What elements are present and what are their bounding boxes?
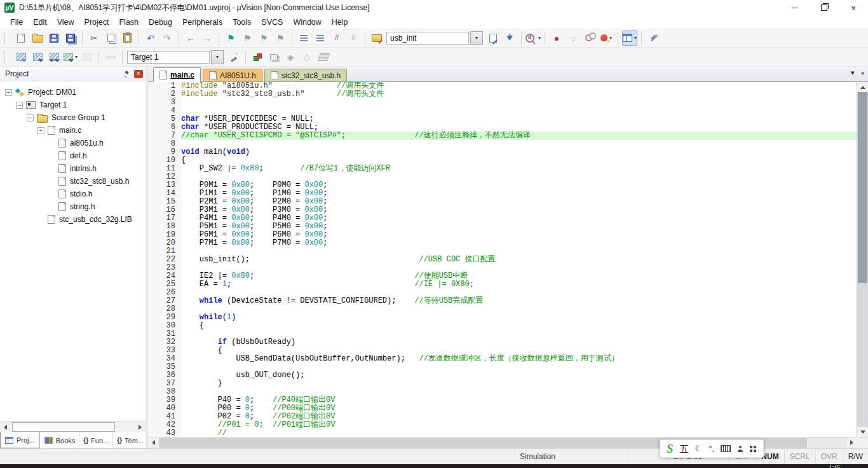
indent-icon[interactable] — [313, 31, 328, 46]
stop-build-icon[interactable] — [79, 50, 95, 65]
tab-list-dropdown-icon[interactable]: ▾ — [851, 69, 855, 77]
menu-window[interactable]: Window — [288, 17, 326, 28]
unindent-icon[interactable] — [296, 31, 311, 46]
find-combo[interactable]: usb_init — [386, 32, 469, 45]
pack-installer-icon[interactable]: ◈ — [283, 50, 298, 65]
tree-item-source-group-1[interactable]: −Source Group 1 — [0, 111, 146, 124]
scroll-left-button[interactable] — [0, 422, 11, 432]
options-for-target-icon[interactable] — [226, 50, 241, 65]
menu-file[interactable]: File — [5, 17, 28, 28]
code-editor[interactable]: 1#include "ai8051u.h" //调用头文件2#include "… — [148, 82, 857, 437]
find-in-files-icon[interactable] — [369, 31, 384, 46]
ime-punctuation-icon[interactable]: °, — [709, 444, 714, 453]
menu-svcs[interactable]: SVCS — [256, 17, 288, 28]
manage-rte-icon[interactable] — [250, 50, 265, 65]
search-icon[interactable]: ▾ — [526, 31, 541, 46]
redo-icon[interactable]: ↷ — [159, 31, 175, 46]
menu-project[interactable]: Project — [79, 17, 114, 28]
ime-keyboard-icon[interactable] — [721, 445, 731, 452]
tree-expander-icon[interactable]: − — [16, 102, 23, 109]
incremental-find-icon[interactable] — [502, 31, 517, 46]
tree-item-project-dm01[interactable]: −Project: DM01 — [0, 86, 146, 99]
comment-icon[interactable]: // — [329, 31, 344, 46]
tree-item-stdio-h[interactable]: stdio.h — [0, 188, 146, 200]
bookmark-next-icon[interactable]: ⚑ — [256, 31, 271, 46]
scroll-right-button[interactable] — [135, 422, 146, 432]
nav-forward-icon[interactable]: → — [200, 31, 215, 46]
window-layout-icon[interactable]: ▾ — [622, 31, 637, 46]
manage-books-icon[interactable] — [316, 50, 331, 65]
panel-tab-proj[interactable]: Proj... — [0, 432, 39, 448]
tree-item-string-h[interactable]: string.h — [0, 200, 146, 213]
tree-item-intrins-h[interactable]: intrins.h — [0, 162, 146, 175]
ime-grid-icon[interactable] — [750, 446, 752, 448]
restore-button[interactable] — [810, 0, 839, 15]
ime-mode-wubi[interactable]: 五 — [680, 444, 689, 453]
editor-tab-main-c[interactable]: main.c — [153, 67, 201, 82]
bookmark-prev-icon[interactable]: ⚑ — [240, 31, 255, 46]
toolbar-drag-handle[interactable] — [4, 52, 9, 63]
tree-item-target-1[interactable]: −Target 1 — [0, 99, 146, 111]
tree-item-main-c[interactable]: −main.c — [0, 124, 146, 137]
menu-peripherals[interactable]: Peripherals — [177, 17, 227, 28]
download-icon[interactable]: LOAD — [103, 50, 118, 65]
menu-help[interactable]: Help — [327, 17, 353, 28]
editor-vscrollbar[interactable] — [857, 82, 868, 437]
ime-user-icon[interactable] — [737, 446, 743, 452]
tree-item-ai8051u-h[interactable]: ai8051u.h — [0, 137, 146, 149]
nav-back-icon[interactable]: ← — [183, 31, 198, 46]
sogou-logo-icon[interactable]: S — [667, 442, 674, 456]
toolbar-drag-handle[interactable] — [4, 32, 9, 44]
find-combo-drop-button[interactable]: ▾ — [470, 31, 483, 45]
undo-icon[interactable]: ↶ — [143, 31, 158, 46]
tree-expander-icon[interactable]: − — [37, 127, 44, 134]
configure-wrench-icon[interactable] — [646, 31, 661, 46]
tree-item-stc-usb-cdc-32g-lib[interactable]: stc_usb_cdc_32g.LIB — [0, 213, 146, 226]
target-combo[interactable]: Target 1 — [127, 51, 210, 64]
select-software-packs-icon[interactable]: ◇ — [299, 50, 315, 65]
manage-project-items-icon[interactable] — [266, 50, 281, 65]
tree-item-def-h[interactable]: def.h — [0, 149, 146, 162]
tree-expander-icon[interactable]: − — [5, 89, 12, 96]
open-file-icon[interactable] — [30, 31, 45, 46]
rebuild-icon[interactable] — [46, 50, 62, 65]
scroll-up-button[interactable] — [857, 82, 868, 92]
scroll-down-button[interactable] — [857, 427, 868, 437]
scroll-left-button[interactable] — [148, 437, 159, 447]
tab-close-icon[interactable]: × — [861, 69, 865, 77]
copy-icon[interactable] — [103, 31, 118, 46]
tree-expander-icon[interactable]: − — [27, 114, 34, 121]
menu-tools[interactable]: Tools — [227, 17, 256, 28]
bookmark-toggle-icon[interactable]: ⚑ — [223, 31, 238, 46]
scrollbar-thumb[interactable] — [858, 92, 867, 283]
menu-debug[interactable]: Debug — [144, 17, 177, 28]
pin-icon[interactable] — [124, 71, 130, 77]
target-combo-drop-button[interactable]: ▾ — [211, 50, 224, 64]
save-all-icon[interactable] — [63, 31, 78, 46]
ime-moon-icon[interactable]: ☾ — [695, 444, 703, 453]
save-icon[interactable] — [46, 31, 62, 46]
find-icon[interactable] — [485, 31, 501, 46]
breakpoint-disable-all-icon[interactable] — [582, 31, 597, 46]
editor-tab-ai8051u-h[interactable]: AI8051U.h — [203, 69, 262, 81]
cut-icon[interactable]: ✂ — [86, 31, 102, 46]
build-icon[interactable] — [30, 50, 45, 65]
close-button[interactable]: × — [839, 0, 868, 15]
uncomment-icon[interactable]: // — [346, 31, 361, 46]
scroll-right-button[interactable] — [846, 437, 857, 447]
project-panel-hscrollbar[interactable] — [0, 421, 146, 432]
breakpoint-enable-icon[interactable]: ○ — [566, 31, 581, 46]
scrollbar-thumb[interactable] — [12, 422, 115, 432]
tree-item-stc32-stc8-usb-h[interactable]: stc32_stc8_usb.h — [0, 175, 146, 188]
breakpoint-toggle-icon[interactable]: ● — [549, 31, 564, 46]
menu-view[interactable]: View — [52, 17, 79, 28]
bookmark-clear-all-icon[interactable]: ⚑ — [273, 31, 288, 46]
panel-tab-tem[interactable]: {}Tem... — [112, 432, 147, 448]
paste-icon[interactable] — [119, 31, 135, 46]
panel-tab-fun[interactable]: {}Fun... — [79, 432, 112, 448]
panel-tab-books[interactable]: Books — [39, 432, 79, 448]
translate-icon[interactable] — [13, 50, 29, 65]
new-file-icon[interactable] — [13, 31, 29, 46]
scrollbar-track[interactable] — [857, 92, 868, 427]
minimize-button[interactable] — [780, 0, 810, 15]
